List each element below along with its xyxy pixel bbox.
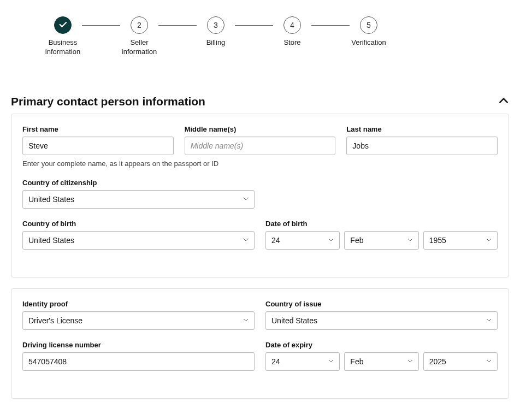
section-title: Primary contact person information (11, 95, 205, 108)
chevron-up-icon (498, 99, 509, 108)
license-number-field-group: Driving license number (22, 341, 255, 371)
dob-year-select[interactable]: 1955 (423, 231, 498, 250)
expiry-label: Date of expiry (265, 341, 498, 349)
issue-country-label: Country of issue (265, 300, 498, 308)
step-circle: 4 (283, 16, 301, 34)
expiry-year-value: 2025 (429, 357, 446, 366)
step-store: 4 Store (273, 16, 311, 48)
expiry-month-value: Feb (350, 357, 363, 366)
expiry-month-select[interactable]: Feb (344, 352, 418, 371)
birth-country-value: United States (28, 236, 74, 245)
step-label: Business information (44, 38, 82, 57)
license-number-input[interactable] (22, 352, 255, 371)
citizenship-label: Country of citizenship (22, 179, 255, 187)
check-icon (58, 20, 68, 31)
id-proof-label: Identity proof (22, 300, 255, 308)
last-name-input[interactable] (346, 137, 498, 155)
middle-name-input[interactable] (185, 137, 336, 155)
step-label: Seller information (120, 38, 158, 57)
dob-year-value: 1955 (429, 236, 446, 245)
expiry-field-group: Date of expiry 24 Feb 2025 (265, 341, 498, 371)
step-circle: 3 (207, 16, 224, 34)
step-connector (311, 25, 350, 26)
step-circle-done (54, 16, 72, 34)
step-connector (235, 25, 273, 26)
citizenship-select[interactable]: United States (22, 190, 255, 209)
citizenship-value: United States (28, 195, 74, 204)
step-seller-information: 2 Seller information (120, 16, 158, 57)
personal-info-card: First name Middle name(s) Last name Ente… (11, 114, 509, 277)
name-hint-text: Enter your complete name, as it appears … (22, 159, 498, 168)
middle-name-field-group: Middle name(s) (185, 125, 336, 155)
identity-proof-card: Identity proof Driver's License Country … (11, 288, 509, 399)
first-name-input[interactable] (22, 137, 174, 155)
dob-month-value: Feb (350, 236, 363, 245)
dob-field-group: Date of birth 24 Feb 1955 (265, 220, 498, 250)
id-proof-field-group: Identity proof Driver's License (22, 300, 255, 330)
birth-country-field-group: Country of birth United States (22, 220, 255, 250)
step-connector (82, 25, 120, 26)
issue-country-value: United States (271, 316, 317, 325)
section-header: Primary contact person information (11, 95, 509, 114)
expiry-year-select[interactable]: 2025 (423, 352, 498, 371)
license-number-label: Driving license number (22, 341, 255, 349)
issue-country-field-group: Country of issue United States (265, 300, 498, 330)
birth-country-select[interactable]: United States (22, 231, 255, 250)
first-name-label: First name (22, 125, 174, 133)
step-verification: 5 Verification (350, 16, 388, 48)
birth-country-label: Country of birth (22, 220, 255, 228)
step-label: Verification (351, 38, 386, 48)
spacer (265, 179, 498, 209)
issue-country-select[interactable]: United States (265, 311, 498, 330)
middle-name-label: Middle name(s) (185, 125, 336, 133)
progress-stepper: Business information 2 Seller informatio… (11, 11, 509, 68)
step-business-information: Business information (44, 16, 82, 57)
step-billing: 3 Billing (197, 16, 235, 48)
citizenship-field-group: Country of citizenship United States (22, 179, 255, 209)
dob-day-value: 24 (271, 236, 280, 245)
last-name-label: Last name (346, 125, 498, 133)
step-label: Billing (206, 38, 226, 48)
step-circle: 5 (360, 16, 377, 34)
expiry-day-value: 24 (271, 357, 280, 366)
dob-month-select[interactable]: Feb (344, 231, 418, 250)
step-label: Store (283, 38, 300, 48)
last-name-field-group: Last name (346, 125, 498, 155)
collapse-toggle[interactable] (498, 95, 509, 108)
id-proof-value: Driver's License (28, 316, 82, 325)
step-circle: 2 (131, 16, 148, 34)
expiry-day-select[interactable]: 24 (265, 352, 340, 371)
step-connector (158, 25, 197, 26)
dob-day-select[interactable]: 24 (265, 231, 340, 250)
id-proof-select[interactable]: Driver's License (22, 311, 255, 330)
dob-label: Date of birth (265, 220, 498, 228)
first-name-field-group: First name (22, 125, 174, 155)
